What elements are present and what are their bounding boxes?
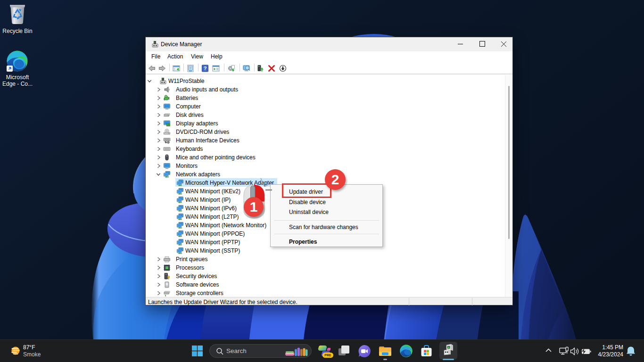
svg-text:?: ?: [204, 66, 207, 71]
